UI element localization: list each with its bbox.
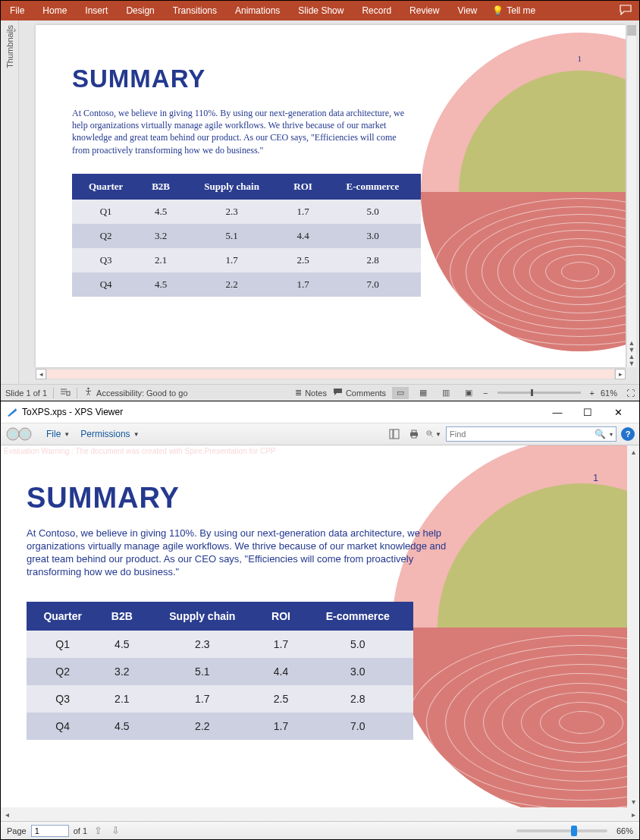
table-cell: 2.8 (303, 685, 413, 713)
next-page-icon[interactable]: ⇩ (109, 825, 122, 836)
table-header: B2B (99, 602, 145, 631)
ribbon-tab-transitions[interactable]: Transitions (164, 1, 226, 20)
scroll-left-icon[interactable]: ◂ (36, 369, 46, 379)
zoom-slider[interactable] (516, 829, 607, 832)
print-icon[interactable] (406, 426, 422, 442)
dropdown-icon: ▼ (133, 431, 140, 438)
thumbnails-label: Thumbnails (5, 25, 14, 68)
zoom-knob[interactable] (571, 826, 577, 836)
vertical-scrollbar[interactable]: ▴ ▾ (627, 445, 639, 807)
dropdown-icon: ▼ (64, 431, 70, 438)
table-cell: 2.3 (182, 200, 281, 224)
zoom-slider[interactable] (497, 392, 581, 394)
table-cell: Q4 (27, 713, 99, 740)
svg-point-6 (22, 431, 28, 437)
table-row: Q14.52.31.75.0 (72, 200, 421, 224)
scroll-up-icon[interactable]: ▴ (627, 445, 639, 458)
xps-page[interactable]: Evaluation Warning : The document was cr… (1, 445, 627, 807)
table-cell: 5.1 (145, 658, 259, 685)
svg-text:100: 100 (427, 432, 431, 435)
permissions-menu[interactable]: Permissions ▼ (77, 429, 142, 439)
evaluation-warning: Evaluation Warning : The document was cr… (4, 447, 276, 455)
reading-view-icon[interactable]: ▥ (438, 387, 454, 399)
outline-view-icon[interactable] (387, 426, 402, 442)
scrollbar-track[interactable] (46, 369, 615, 379)
xps-table: Quarter B2B Supply chain ROI E-commerce … (27, 602, 413, 740)
table-row: Q32.11.72.52.8 (27, 685, 413, 713)
zoom-icon[interactable]: 100 ▼ (426, 426, 441, 442)
scrollbar-thumb[interactable] (627, 25, 636, 36)
horizontal-scrollbar[interactable]: ◂ ▸ (36, 369, 626, 379)
table-cell: 1.7 (145, 685, 259, 713)
prev-page-icon[interactable]: ⇧ (92, 825, 105, 836)
close-button[interactable]: ✕ (603, 401, 633, 423)
ribbon-tab-slideshow[interactable]: Slide Show (289, 1, 353, 20)
table-cell: 2.3 (145, 631, 259, 658)
maximize-button[interactable]: ☐ (573, 401, 603, 423)
slide-sorter-view-icon[interactable]: ▦ (415, 387, 431, 399)
scroll-nav-arrows[interactable]: ▲▼▲▼ (627, 340, 636, 367)
table-cell: 4.5 (99, 713, 145, 740)
status-bar: Slide 1 of 1 Accessibility: Good to go ≣… (1, 384, 639, 401)
help-icon[interactable]: ? (621, 427, 635, 441)
ribbon-tab-design[interactable]: Design (117, 1, 163, 20)
xps-document-area: Evaluation Warning : The document was cr… (1, 445, 639, 807)
thumbnails-panel[interactable]: › Thumbnails (1, 20, 19, 384)
dropdown-icon[interactable]: ▾ (610, 431, 613, 438)
comments-button[interactable]: Comments (333, 388, 386, 398)
spellcheck-icon[interactable] (60, 388, 71, 398)
table-cell: 4.5 (140, 272, 182, 297)
search-icon[interactable]: 🔍 (593, 429, 607, 439)
table-row: Q44.52.21.77.0 (72, 272, 421, 297)
notes-icon: ≣ (295, 388, 302, 398)
horizontal-scrollbar[interactable]: ◂ ▸ (1, 807, 639, 821)
zoom-knob[interactable] (531, 389, 533, 396)
page-label: Page (7, 826, 27, 835)
file-menu[interactable]: File ▼ (43, 429, 73, 439)
slideshow-view-icon[interactable]: ▣ (460, 387, 477, 399)
table-cell: 4.5 (140, 200, 182, 224)
normal-view-icon[interactable]: ▭ (392, 387, 409, 399)
table-row: Q44.52.21.77.0 (27, 713, 413, 740)
slide-title[interactable]: SUMMARY (72, 64, 205, 93)
slide-paragraph[interactable]: At Contoso, we believe in giving 110%. B… (72, 107, 406, 156)
svg-point-5 (10, 431, 16, 437)
slide-table[interactable]: Quarter B2B Supply chain ROI E-commerce … (72, 174, 421, 297)
tell-me-label: Tell me (507, 5, 535, 16)
ribbon-tab-insert[interactable]: Insert (76, 1, 117, 20)
scroll-left-icon[interactable]: ◂ (1, 808, 13, 820)
scroll-right-icon[interactable]: ▸ (615, 369, 626, 379)
find-box[interactable]: Find 🔍 ▾ (446, 426, 616, 442)
slide[interactable]: 1 SUMMARY At Contoso, we believe in givi… (36, 25, 626, 367)
zoom-level[interactable]: 61% (601, 389, 617, 398)
page-input[interactable] (31, 825, 69, 837)
table-cell: 3.0 (303, 658, 413, 685)
binoculars-icon[interactable] (5, 425, 39, 443)
zoom-in-icon[interactable]: + (590, 389, 595, 398)
comments-pane-icon[interactable] (612, 5, 639, 17)
table-header: B2B (140, 174, 182, 200)
table-header: E-commerce (325, 174, 421, 200)
table-header-row: Quarter B2B Supply chain ROI E-commerce (27, 602, 413, 631)
scroll-down-icon[interactable]: ▾ (627, 795, 639, 807)
minimize-button[interactable]: — (542, 401, 573, 423)
ribbon-tab-animations[interactable]: Animations (226, 1, 289, 20)
ribbon-tab-file[interactable]: File (1, 1, 33, 20)
scroll-right-icon[interactable]: ▸ (627, 808, 639, 820)
table-cell: 2.8 (325, 248, 421, 272)
table-cell: 2.1 (140, 248, 182, 272)
vertical-scrollbar[interactable]: ▲▼▲▼ (627, 25, 636, 367)
ribbon-tab-record[interactable]: Record (353, 1, 400, 20)
tell-me[interactable]: 💡 Tell me (486, 5, 541, 16)
table-cell: 2.2 (145, 713, 259, 740)
accessibility-button[interactable]: Accessibility: Good to go (83, 387, 187, 398)
ribbon-tab-review[interactable]: Review (400, 1, 448, 20)
zoom-out-icon[interactable]: − (483, 389, 488, 398)
notes-button[interactable]: ≣ Notes (295, 388, 327, 398)
ribbon-tab-home[interactable]: Home (33, 1, 76, 20)
lightbulb-icon: 💡 (492, 5, 504, 16)
table-row: Q32.11.72.52.8 (72, 248, 421, 272)
fit-to-window-icon[interactable]: ⛶ (623, 389, 635, 398)
table-cell: Q3 (72, 248, 140, 272)
ribbon-tab-view[interactable]: View (448, 1, 486, 20)
